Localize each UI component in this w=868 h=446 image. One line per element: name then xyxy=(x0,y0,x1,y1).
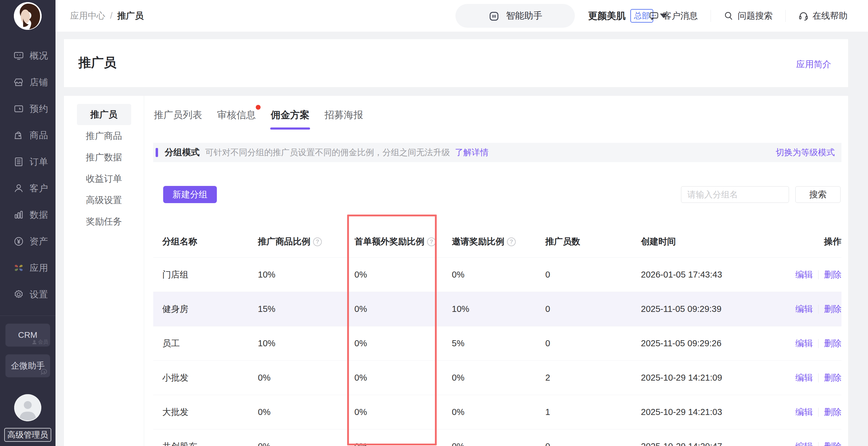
tabs: 推广员列表 审核信息 佣金方案 招募海报 xyxy=(153,104,841,130)
delete-link[interactable]: 删除 xyxy=(824,338,841,350)
row-actions: 编辑删除 xyxy=(772,303,841,315)
sidebar-item-settings[interactable]: 设置 xyxy=(0,281,56,308)
action-divider xyxy=(818,305,818,314)
banner-accent-bar xyxy=(156,148,158,157)
shop-name: 更颜美肌 xyxy=(588,10,625,22)
edit-link[interactable]: 编辑 xyxy=(795,303,813,315)
robot-icon xyxy=(488,10,500,22)
group-name: 门店组 xyxy=(162,269,258,281)
col-actions: 操作 xyxy=(772,236,841,248)
learn-more-link[interactable]: 了解详情 xyxy=(455,147,489,158)
first-order-rate-value: 0% xyxy=(354,373,452,383)
table-row: 门店组10%0%0%02026-01-05 17:43:43编辑删除 xyxy=(153,258,841,292)
sidebar-item-data[interactable]: 数据 xyxy=(0,202,56,228)
promoter-count-value: 0 xyxy=(545,270,641,280)
help-icon[interactable]: ? xyxy=(427,237,436,246)
subnav-item-reward-tasks[interactable]: 奖励任务 xyxy=(77,211,131,232)
col-invite-rate: 邀请奖励比例? xyxy=(452,236,545,248)
edit-link[interactable]: 编辑 xyxy=(795,338,813,350)
tab-content: 推广员列表 审核信息 佣金方案 招募海报 分组模式 可针对不同分组的推广员设置不… xyxy=(153,96,841,446)
sidebar-item-overview[interactable]: 概况 xyxy=(0,42,56,69)
sidebar-item-label: 预约 xyxy=(30,103,48,115)
product-rate-value: 10% xyxy=(258,338,354,348)
top-link-label: 客户消息 xyxy=(663,10,698,22)
app-window: 概况 店铺 预约 商品 xyxy=(0,0,868,446)
headset-icon xyxy=(798,11,809,21)
customer-messages-link[interactable]: 客户消息 xyxy=(636,10,711,22)
edit-link[interactable]: 编辑 xyxy=(795,372,813,384)
sidebar-item-label: 概况 xyxy=(30,50,48,62)
search-button[interactable]: 搜索 xyxy=(795,186,841,203)
sidebar-item-booking[interactable]: 预约 xyxy=(0,96,56,122)
help-icon[interactable]: ? xyxy=(313,237,322,246)
search-icon xyxy=(723,11,734,21)
invite-rate-value: 0% xyxy=(452,407,545,417)
subnav-item-promoter[interactable]: 推广员 xyxy=(77,104,131,125)
breadcrumb-current: 推广员 xyxy=(117,10,144,22)
table-row: 共创股东0%0%0%02025-10-29 14:20:47编辑删除 xyxy=(153,429,841,446)
settings-icon xyxy=(13,289,24,300)
table-row: 健身房15%0%10%02025-11-05 09:29:39编辑删除 xyxy=(153,292,841,326)
delete-link[interactable]: 删除 xyxy=(824,372,841,384)
delete-link[interactable]: 删除 xyxy=(824,303,841,315)
message-icon xyxy=(649,11,659,21)
tab-review-info[interactable]: 审核信息 xyxy=(217,104,256,130)
subnav-item-income-orders[interactable]: 收益订单 xyxy=(77,168,131,189)
notification-dot xyxy=(256,105,260,110)
created-time-value: 2026-01-05 17:43:43 xyxy=(641,270,772,280)
switch-to-level-mode-link[interactable]: 切换为等级模式 xyxy=(776,147,835,158)
action-divider xyxy=(818,270,818,279)
subnav-item-promo-goods[interactable]: 推广商品 xyxy=(77,125,131,146)
product-rate-value: 10% xyxy=(258,270,354,280)
delete-link[interactable]: 删除 xyxy=(824,406,841,418)
sidebar-item-goods[interactable]: 商品 xyxy=(0,122,56,148)
group-name: 共创股东 xyxy=(162,441,258,446)
col-product-rate: 推广商品比例? xyxy=(258,236,354,248)
promoter-count-value: 0 xyxy=(545,442,641,446)
edit-link[interactable]: 编辑 xyxy=(795,269,813,281)
delete-link[interactable]: 删除 xyxy=(824,269,841,281)
goods-icon xyxy=(13,130,24,141)
brand-avatar xyxy=(14,2,42,30)
sidebar-item-label: 数据 xyxy=(30,209,48,221)
sidebar-item-label: 商品 xyxy=(30,129,48,142)
sidebar-shortcut-wecom[interactable]: 企微助手 xyxy=(5,354,50,377)
smart-assistant-button[interactable]: 智能助手 xyxy=(456,4,575,28)
edit-link[interactable]: 编辑 xyxy=(795,441,813,446)
table-body: 门店组10%0%0%02026-01-05 17:43:43编辑删除健身房15%… xyxy=(153,258,841,446)
online-help-link[interactable]: 在线帮助 xyxy=(785,10,860,22)
booking-icon xyxy=(13,103,24,114)
sidebar-item-customers[interactable]: 客户 xyxy=(0,175,56,202)
invite-rate-value: 0% xyxy=(452,270,545,280)
data-icon xyxy=(13,209,24,220)
tab-commission-plan[interactable]: 佣金方案 xyxy=(270,104,310,130)
action-divider xyxy=(818,373,818,382)
promoter-count-value: 1 xyxy=(545,407,641,417)
new-group-button[interactable]: 新建分组 xyxy=(163,186,217,203)
sidebar-item-apps[interactable]: 应用 xyxy=(0,255,56,281)
group-search-input[interactable] xyxy=(681,186,789,203)
col-created-time: 创建时间 xyxy=(641,236,772,248)
subnav-item-promo-data[interactable]: 推广数据 xyxy=(77,147,131,168)
tab-promoter-list[interactable]: 推广员列表 xyxy=(153,104,203,130)
first-order-rate-value: 0% xyxy=(354,270,452,280)
col-group-name: 分组名称 xyxy=(162,236,258,248)
edit-link[interactable]: 编辑 xyxy=(795,406,813,418)
sidebar-item-assets[interactable]: 资产 xyxy=(0,228,56,255)
question-search-link[interactable]: 问题搜索 xyxy=(711,10,785,22)
delete-link[interactable]: 删除 xyxy=(824,441,841,446)
sidebar-shortcut-crm[interactable]: CRM 会员 xyxy=(5,324,50,347)
breadcrumb-separator: / xyxy=(110,11,113,21)
first-order-rate-value: 0% xyxy=(354,338,452,348)
breadcrumb-app-center[interactable]: 应用中心 xyxy=(70,10,105,22)
sidebar-item-shop[interactable]: 店铺 xyxy=(0,69,56,96)
app-intro-link[interactable]: 应用简介 xyxy=(796,59,831,70)
page-header-card: 推广员 应用简介 xyxy=(64,39,848,87)
product-rate-value: 15% xyxy=(258,304,354,314)
user-avatar[interactable] xyxy=(14,394,41,421)
subnav-item-advanced-settings[interactable]: 高级设置 xyxy=(77,190,131,211)
tab-recruit-poster[interactable]: 招募海报 xyxy=(324,104,364,130)
help-icon[interactable]: ? xyxy=(507,237,516,246)
brand-logo[interactable] xyxy=(0,0,56,32)
sidebar-item-orders[interactable]: 订单 xyxy=(0,148,56,175)
